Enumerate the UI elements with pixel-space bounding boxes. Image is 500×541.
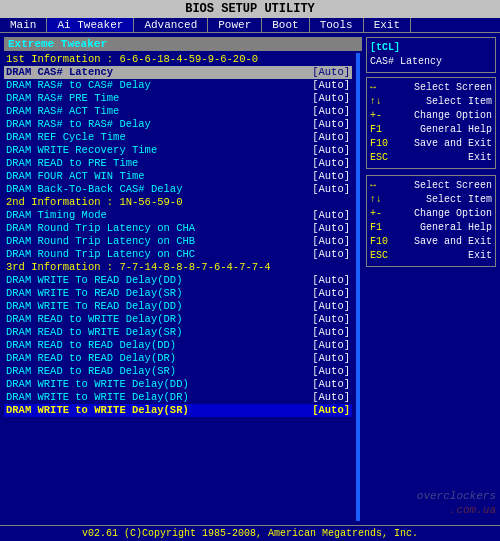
menu-item[interactable]: DRAM WRITE Recovery Time[Auto] bbox=[4, 144, 352, 157]
legend-item: ESCExit bbox=[370, 151, 492, 165]
legend-desc: General Help bbox=[420, 221, 492, 235]
right-panel: [tCL] CAS# Latency ↔Select Screen↑↓Selec… bbox=[366, 37, 496, 521]
item-value: [Auto] bbox=[312, 209, 350, 222]
item-name: DRAM WRITE To READ Delay(DD) bbox=[6, 300, 182, 313]
item-name: DRAM Round Trip Latency on CHA bbox=[6, 222, 195, 235]
tab-ai-tweaker[interactable]: Ai Tweaker bbox=[47, 18, 134, 32]
legend-desc: Change Option bbox=[414, 109, 492, 123]
legend-key: F10 bbox=[370, 137, 400, 151]
bios-setup-utility: BIOS SETUP UTILITY MainAi TweakerAdvance… bbox=[0, 0, 500, 541]
legend-box-1: ↔Select Screen↑↓Select Item+-Change Opti… bbox=[366, 77, 496, 169]
menu-item[interactable]: DRAM WRITE To READ Delay(DD)[Auto] bbox=[4, 274, 352, 287]
item-name: DRAM WRITE To READ Delay(DD) bbox=[6, 274, 182, 287]
legend-desc: Select Item bbox=[426, 193, 492, 207]
tab-bar[interactable]: MainAi TweakerAdvancedPowerBootToolsExit bbox=[0, 18, 500, 33]
item-value: [Auto] bbox=[312, 79, 350, 92]
tab-main[interactable]: Main bbox=[0, 18, 47, 32]
legend-item: +-Change Option bbox=[370, 109, 492, 123]
item-value: [Auto] bbox=[312, 105, 350, 118]
menu-item[interactable]: DRAM READ to READ Delay(DD)[Auto] bbox=[4, 339, 352, 352]
item-name: DRAM READ to READ Delay(DD) bbox=[6, 339, 176, 352]
menu-item[interactable]: DRAM READ to PRE Time[Auto] bbox=[4, 157, 352, 170]
item-name: DRAM Round Trip Latency on CHB bbox=[6, 235, 195, 248]
legend-desc: Exit bbox=[468, 151, 492, 165]
legend-item: ↔Select Screen bbox=[370, 81, 492, 95]
legend-item: F10Save and Exit bbox=[370, 235, 492, 249]
content-area: 1st Information : 6-6-6-18-4-59-9-6-20-0… bbox=[4, 53, 362, 521]
menu-item[interactable]: DRAM Round Trip Latency on CHC[Auto] bbox=[4, 248, 352, 261]
menu-item[interactable]: DRAM Round Trip Latency on CHA[Auto] bbox=[4, 222, 352, 235]
menu-item[interactable]: DRAM RAS# PRE Time[Auto] bbox=[4, 92, 352, 105]
menu-item[interactable]: DRAM READ to READ Delay(DR)[Auto] bbox=[4, 352, 352, 365]
item-name: DRAM Timing Mode bbox=[6, 209, 107, 222]
item-name: DRAM WRITE to WRITE Delay(SR) bbox=[6, 404, 189, 417]
item-value: [Auto] bbox=[312, 144, 350, 157]
menu-item[interactable]: DRAM REF Cycle Time[Auto] bbox=[4, 131, 352, 144]
item-name: DRAM READ to READ Delay(DR) bbox=[6, 352, 176, 365]
tab-boot[interactable]: Boot bbox=[262, 18, 309, 32]
title-bar: BIOS SETUP UTILITY bbox=[0, 0, 500, 18]
item-value: [Auto] bbox=[312, 66, 350, 79]
legend-box-2: ↔Select Screen↑↓Select Item+-Change Opti… bbox=[366, 175, 496, 267]
tab-exit[interactable]: Exit bbox=[364, 18, 411, 32]
item-name: DRAM READ to PRE Time bbox=[6, 157, 138, 170]
watermark: overclockers .com.ua bbox=[417, 489, 496, 517]
item-value: [Auto] bbox=[312, 157, 350, 170]
legend-key: +- bbox=[370, 109, 400, 123]
legend-desc: Change Option bbox=[414, 207, 492, 221]
tab-tools[interactable]: Tools bbox=[310, 18, 364, 32]
menu-item[interactable]: DRAM RAS# to CAS# Delay[Auto] bbox=[4, 79, 352, 92]
item-name: DRAM READ to READ Delay(SR) bbox=[6, 365, 176, 378]
menu-item[interactable]: DRAM FOUR ACT WIN Time[Auto] bbox=[4, 170, 352, 183]
menu-item[interactable]: DRAM Round Trip Latency on CHB[Auto] bbox=[4, 235, 352, 248]
tab-advanced[interactable]: Advanced bbox=[134, 18, 208, 32]
footer-bar: v02.61 (C)Copyright 1985-2008, American … bbox=[0, 525, 500, 541]
legend-key: ↑↓ bbox=[370, 193, 400, 207]
legend-item: ↑↓Select Item bbox=[370, 193, 492, 207]
item-value: [Auto] bbox=[312, 378, 350, 391]
item-value: [Auto] bbox=[312, 183, 350, 196]
item-name: DRAM Back-To-Back CAS# Delay bbox=[6, 183, 182, 196]
scroll-bar[interactable] bbox=[356, 53, 360, 521]
menu-item: 2nd Information : 1N-56-59-0 bbox=[4, 196, 352, 209]
item-value: [Auto] bbox=[312, 92, 350, 105]
item-value: [Auto] bbox=[312, 365, 350, 378]
item-value: [Auto] bbox=[312, 352, 350, 365]
item-name: DRAM RAS# PRE Time bbox=[6, 92, 119, 105]
menu-item[interactable]: DRAM WRITE to WRITE Delay(DD)[Auto] bbox=[4, 378, 352, 391]
main-area: Extreme Tweaker 1st Information : 6-6-6-… bbox=[0, 33, 500, 525]
item-value: [Auto] bbox=[312, 339, 350, 352]
menu-item[interactable]: DRAM RAS# to RAS# Delay[Auto] bbox=[4, 118, 352, 131]
menu-item[interactable]: DRAM WRITE to WRITE Delay(SR)[Auto] bbox=[4, 404, 352, 417]
menu-item[interactable]: DRAM CAS# Latency[Auto] bbox=[4, 66, 352, 79]
menu-item[interactable]: DRAM Back-To-Back CAS# Delay[Auto] bbox=[4, 183, 352, 196]
legend-item: F10Save and Exit bbox=[370, 137, 492, 151]
legend-desc: Exit bbox=[468, 249, 492, 263]
legend-desc: Save and Exit bbox=[414, 235, 492, 249]
item-value: [Auto] bbox=[312, 118, 350, 131]
left-panel: Extreme Tweaker 1st Information : 6-6-6-… bbox=[4, 37, 362, 521]
legend-key: F1 bbox=[370, 123, 400, 137]
menu-item[interactable]: DRAM READ to WRITE Delay(DR)[Auto] bbox=[4, 313, 352, 326]
tab-power[interactable]: Power bbox=[208, 18, 262, 32]
menu-list[interactable]: 1st Information : 6-6-6-18-4-59-9-6-20-0… bbox=[4, 53, 352, 521]
legend-desc: Select Screen bbox=[414, 179, 492, 193]
menu-item[interactable]: DRAM Timing Mode[Auto] bbox=[4, 209, 352, 222]
section-title: Extreme Tweaker bbox=[4, 37, 362, 51]
menu-item[interactable]: DRAM READ to WRITE Delay(SR)[Auto] bbox=[4, 326, 352, 339]
legend-item: ESCExit bbox=[370, 249, 492, 263]
item-name: DRAM WRITE to WRITE Delay(DR) bbox=[6, 391, 189, 404]
help-title: [tCL] bbox=[370, 41, 492, 55]
menu-item[interactable]: DRAM READ to READ Delay(SR)[Auto] bbox=[4, 365, 352, 378]
menu-item: 1st Information : 6-6-6-18-4-59-9-6-20-0 bbox=[4, 53, 352, 66]
menu-item[interactable]: DRAM WRITE to WRITE Delay(DR)[Auto] bbox=[4, 391, 352, 404]
item-value: [Auto] bbox=[312, 170, 350, 183]
legend-desc: General Help bbox=[420, 123, 492, 137]
item-name: DRAM READ to WRITE Delay(SR) bbox=[6, 326, 182, 339]
legend-desc: Select Item bbox=[426, 95, 492, 109]
item-name: DRAM REF Cycle Time bbox=[6, 131, 126, 144]
menu-item[interactable]: DRAM WRITE To READ Delay(SR)[Auto] bbox=[4, 287, 352, 300]
legend-key: ESC bbox=[370, 151, 400, 165]
menu-item[interactable]: DRAM RAS# ACT Time[Auto] bbox=[4, 105, 352, 118]
menu-item[interactable]: DRAM WRITE To READ Delay(DD)[Auto] bbox=[4, 300, 352, 313]
